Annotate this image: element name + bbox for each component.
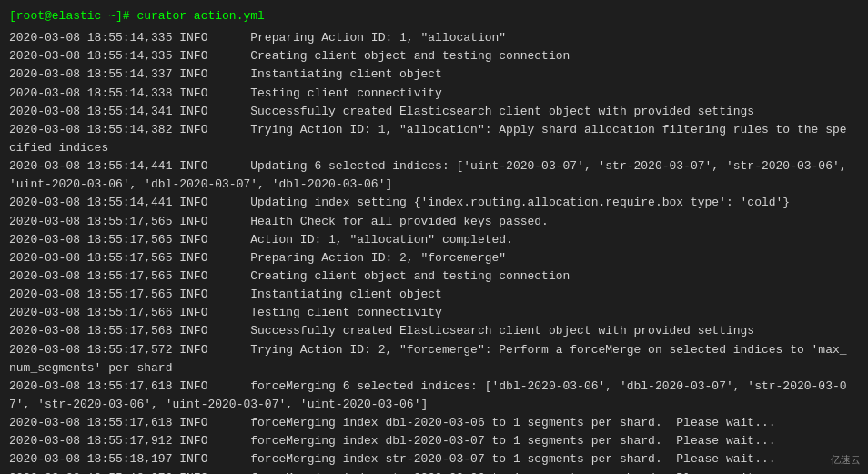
prompt-line: [root@elastic ~]# curator action.yml	[9, 7, 859, 25]
log-line: 2020-03-08 18:55:18,197 INFO forceMergin…	[9, 450, 859, 469]
log-line: 2020-03-08 18:55:14,441 INFO Updating in…	[9, 194, 859, 212]
prompt-user: [root@elastic ~]# curator action.yml	[9, 9, 265, 23]
log-line: 2020-03-08 18:55:14,337 INFO Instantiati…	[9, 66, 859, 84]
log-line: 2020-03-08 18:55:17,618 INFO forceMergin…	[9, 378, 859, 414]
log-line: 2020-03-08 18:55:14,341 INFO Successfull…	[9, 103, 859, 121]
log-line: 2020-03-08 18:55:14,338 INFO Testing cli…	[9, 85, 859, 103]
log-line: 2020-03-08 18:55:18,276 INFO forceMergin…	[9, 469, 859, 474]
log-line: 2020-03-08 18:55:17,565 INFO Creating cl…	[9, 267, 859, 286]
log-line: 2020-03-08 18:55:14,441 INFO Updating 6 …	[9, 157, 859, 194]
watermark: 亿速云	[831, 453, 861, 467]
terminal-window: [root@elastic ~]# curator action.yml 202…	[0, 0, 868, 474]
log-line: 2020-03-08 18:55:17,568 INFO Successfull…	[9, 322, 859, 340]
log-line: 2020-03-08 18:55:17,912 INFO forceMergin…	[9, 432, 859, 450]
log-container: 2020-03-08 18:55:14,335 INFO Preparing A…	[9, 29, 859, 474]
log-line: 2020-03-08 18:55:17,566 INFO Testing cli…	[9, 304, 859, 322]
log-line: 2020-03-08 18:55:17,565 INFO Action ID: …	[9, 231, 859, 249]
log-line: 2020-03-08 18:55:14,335 INFO Creating cl…	[9, 47, 859, 66]
log-line: 2020-03-08 18:55:17,565 INFO Health Chec…	[9, 213, 859, 231]
log-line: 2020-03-08 18:55:14,335 INFO Preparing A…	[9, 29, 859, 47]
log-line: 2020-03-08 18:55:17,618 INFO forceMergin…	[9, 414, 859, 432]
log-line: 2020-03-08 18:55:17,572 INFO Trying Acti…	[9, 341, 859, 378]
log-line: 2020-03-08 18:55:17,565 INFO Instantiati…	[9, 286, 859, 304]
log-line: 2020-03-08 18:55:14,382 INFO Trying Acti…	[9, 121, 859, 157]
log-line: 2020-03-08 18:55:17,565 INFO Preparing A…	[9, 249, 859, 267]
